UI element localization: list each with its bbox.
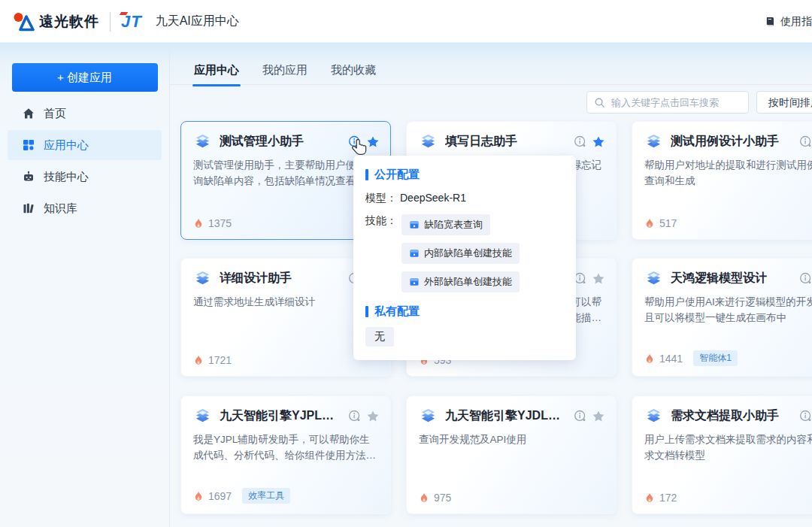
- usage-count: 172: [659, 492, 677, 504]
- section-bar: [365, 306, 368, 317]
- star-filled-icon[interactable]: [592, 135, 605, 149]
- star-filled-icon[interactable]: [366, 135, 380, 149]
- app-icon: [193, 133, 212, 150]
- sidebar-nav: 首页 应用中心 技能中心: [0, 98, 169, 223]
- create-app-button[interactable]: + 创建应用: [12, 63, 158, 92]
- app-window: 遠光軟件 JT 九天AI应用中心 使用指南 + 创建应用: [0, 0, 812, 527]
- tab-my-apps[interactable]: 我的应用: [262, 63, 308, 80]
- skill-icon: [409, 220, 420, 230]
- app-card-title: 填写日志助手: [445, 134, 569, 150]
- model-row: 模型： DeepSeek-R1: [365, 192, 564, 205]
- star-icon[interactable]: [592, 272, 605, 286]
- info-icon[interactable]: [574, 410, 586, 423]
- star-icon[interactable]: [366, 410, 380, 423]
- book-icon: [765, 16, 776, 27]
- info-icon[interactable]: [799, 135, 812, 148]
- app-card-title: 需求文档提取小助手: [671, 408, 795, 424]
- card-header: 填写日志助手: [407, 122, 616, 150]
- sidebar-item-app-center[interactable]: 应用中心: [8, 130, 162, 160]
- model-value: DeepSeek-R1: [400, 192, 466, 205]
- card-footer: 1721: [193, 354, 232, 366]
- skill-tag: 内部缺陷单创建技能: [401, 243, 520, 264]
- flame-icon: [644, 217, 655, 229]
- flame-icon: [644, 353, 655, 365]
- app-card[interactable]: 需求文档提取小助手用户上传需求文档来提取需求的内容和需求文档转模型172: [632, 395, 812, 514]
- brand-area: 遠光軟件 JT 九天AI应用中心: [12, 0, 239, 43]
- card-footer: 975: [419, 492, 451, 504]
- app-icon: [193, 407, 212, 425]
- app-card[interactable]: 测试用例设计小助手帮助用户对地址的提取和进行测试用例的查询和生成517: [632, 121, 812, 240]
- skill-icon: [409, 277, 420, 287]
- category-tag: 智能体1: [693, 350, 738, 366]
- skill-tag: 外部缺陷单创建技能: [401, 271, 520, 292]
- card-header: 九天智能引擎YJDL开...: [407, 396, 616, 425]
- card-footer: 1441智能体1: [644, 350, 738, 366]
- sidebar-item-home[interactable]: 首页: [8, 98, 162, 129]
- info-icon[interactable]: [574, 135, 586, 148]
- usage-count: 1721: [208, 354, 232, 366]
- info-icon[interactable]: [799, 410, 812, 423]
- app-icon: [644, 133, 663, 150]
- flame-icon: [419, 492, 429, 504]
- usage-count: 1375: [208, 217, 232, 229]
- star-icon[interactable]: [592, 410, 605, 423]
- app-card-title: 详细设计助手: [220, 271, 344, 286]
- app-card-title: 天鸿逻辑模型设计: [671, 271, 795, 286]
- header-divider: [110, 12, 111, 32]
- app-card-title: 九天智能引擎YJPL开...: [220, 408, 344, 424]
- tab-bar: 应用中心 我的应用 我的收藏: [194, 63, 376, 80]
- private-config-header: 私有配置: [365, 304, 564, 319]
- tab-app-center[interactable]: 应用中心: [194, 63, 239, 80]
- app-header: 遠光軟件 JT 九天AI应用中心 使用指南: [0, 0, 812, 43]
- card-footer: 1697效率工具: [193, 488, 290, 504]
- library-books-icon: [23, 202, 35, 214]
- app-card-title: 九天智能引擎YJDL开...: [445, 408, 569, 424]
- card-footer: 172: [644, 492, 677, 504]
- usage-count: 517: [659, 217, 677, 229]
- private-config-value: 无: [365, 327, 394, 347]
- jt-logo: JT: [121, 12, 142, 32]
- home-icon: [23, 108, 35, 120]
- usage-count: 1441: [659, 353, 683, 365]
- info-icon[interactable]: [799, 272, 812, 285]
- app-icon: [419, 407, 438, 425]
- app-icon: [644, 407, 663, 425]
- flame-icon: [193, 490, 204, 502]
- app-icon: [193, 270, 212, 287]
- skills-row: 技能： 缺陷宽表查询 内部缺陷单创建技能 外部缺陷单创建技能: [365, 214, 564, 292]
- card-header: 测试用例设计小助手: [632, 122, 812, 150]
- card-header: 九天智能引擎YJPL开...: [181, 396, 390, 425]
- app-center-grid-icon: [23, 139, 35, 151]
- flame-icon: [193, 217, 204, 229]
- app-icon: [419, 133, 438, 150]
- skill-tag: 缺陷宽表查询: [401, 214, 490, 235]
- app-card-title: 测试管理小助手: [220, 134, 344, 150]
- sidebar-item-knowledge-base[interactable]: 知识库: [8, 193, 162, 223]
- card-header: 需求文档提取小助手: [632, 396, 812, 425]
- app-card[interactable]: 九天智能引擎YJPL开...我是YJPL辅助研发助手，可以帮助你生成代码、分析代…: [180, 395, 391, 514]
- flame-icon: [193, 354, 204, 366]
- app-card-description: 帮助用户使用AI来进行逻辑模型的开发，且可以将模型一键生成在画布中: [644, 294, 812, 326]
- flame-icon: [644, 492, 655, 504]
- card-footer: 517: [644, 217, 677, 229]
- page-title: 九天AI应用中心: [156, 14, 239, 29]
- app-card-description: 我是YJPL辅助研发助手，可以帮助你生成代码、分析代码、给你组件使用方法的建议.…: [193, 432, 378, 464]
- info-icon[interactable]: [348, 410, 361, 423]
- skill-list: 缺陷宽表查询 内部缺陷单创建技能 外部缺陷单创建技能: [401, 214, 520, 292]
- app-card[interactable]: 天鸿逻辑模型设计帮助用户使用AI来进行逻辑模型的开发，且可以将模型一键生成在画布…: [632, 258, 812, 377]
- app-card[interactable]: 九天智能引擎YJDL开...查询开发规范及API使用975: [406, 395, 617, 514]
- yuanguang-logo-icon: [12, 11, 35, 32]
- app-card-title: 测试用例设计小助手: [671, 134, 795, 150]
- category-tag: 效率工具: [242, 488, 290, 504]
- config-popup: 公开配置 模型： DeepSeek-R1 技能： 缺陷宽表查询 内部缺陷单创建技…: [353, 156, 576, 360]
- info-icon[interactable]: [348, 135, 361, 148]
- skill-icon: [409, 248, 420, 259]
- app-card-description: 查询开发规范及API使用: [419, 432, 604, 447]
- tab-my-favorites[interactable]: 我的收藏: [331, 63, 376, 80]
- sidebar: + 创建应用 首页 应用中心: [0, 43, 170, 527]
- usage-guide-link[interactable]: 使用指南: [765, 0, 812, 43]
- card-header: 天鸿逻辑模型设计: [632, 259, 812, 287]
- app-card-description: 用户上传需求文档来提取需求的内容和需求文档转模型: [644, 432, 812, 464]
- sidebar-item-skill-center[interactable]: 技能中心: [8, 162, 162, 192]
- app-icon: [644, 270, 663, 287]
